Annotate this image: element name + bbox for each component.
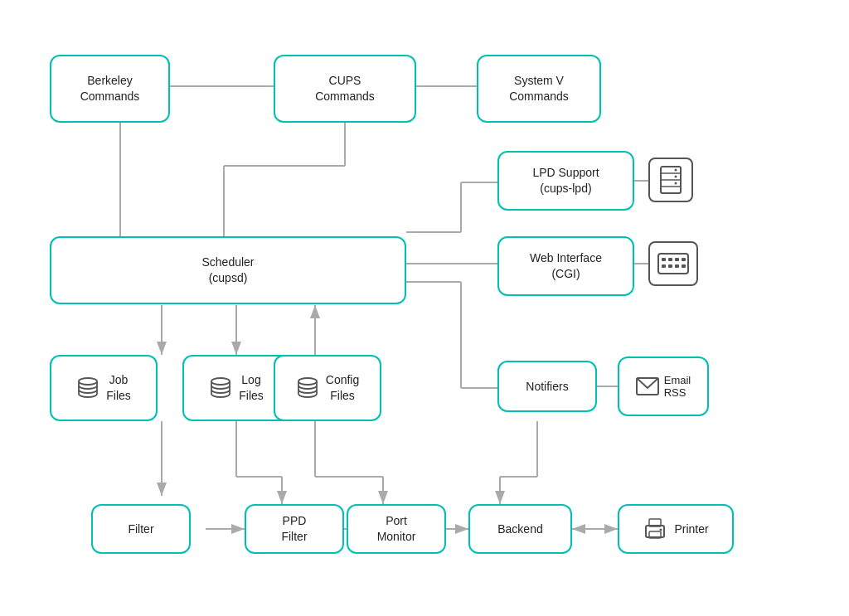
printer-node: Printer [618, 504, 734, 554]
svg-rect-45 [682, 258, 686, 261]
ppdfilter-label: PPD Filter [281, 513, 307, 545]
lpd-label: LPD Support (cups-lpd) [532, 165, 599, 196]
lpd-support-node: LPD Support (cups-lpd) [497, 151, 634, 211]
configfiles-db-icon [296, 376, 319, 400]
backend-label: Backend [497, 521, 542, 537]
diagram: Berkeley Commands CUPS Commands System V… [0, 0, 849, 616]
configfiles-label: Config Files [326, 372, 359, 404]
logfiles-label: Log Files [239, 372, 264, 404]
svg-rect-49 [682, 264, 686, 268]
systemv-label: System V Commands [509, 73, 569, 104]
webinterface-label: Web Interface (CGI) [530, 250, 602, 282]
svg-rect-48 [675, 264, 679, 268]
jobfiles-label: Job Files [106, 372, 131, 404]
printer-icon [643, 517, 667, 541]
svg-rect-47 [668, 264, 672, 268]
cups-label: CUPS Commands [315, 73, 375, 104]
portmonitor-node: Port Monitor [347, 504, 446, 554]
portmonitor-label: Port Monitor [377, 513, 416, 545]
svg-point-38 [675, 176, 677, 178]
configfiles-node: Config Files [274, 355, 381, 421]
backend-node: Backend [468, 504, 572, 554]
svg-rect-43 [668, 258, 672, 261]
svg-point-39 [675, 182, 677, 185]
svg-rect-44 [675, 258, 679, 261]
cups-commands-node: CUPS Commands [274, 55, 416, 123]
svg-point-52 [211, 378, 230, 385]
email-icon [636, 377, 659, 395]
svg-rect-41 [658, 254, 688, 274]
ppdfilter-node: PPD Filter [245, 504, 344, 554]
notifiers-label: Notifiers [526, 379, 568, 395]
server-icon [657, 165, 684, 195]
svg-rect-46 [662, 264, 666, 268]
svg-point-51 [79, 378, 97, 385]
emailrss-node: Email RSS [618, 357, 709, 416]
logfiles-db-icon [209, 376, 232, 400]
notifiers-node: Notifiers [497, 361, 597, 412]
scheduler-node: Scheduler (cupsd) [50, 236, 406, 304]
emailrss-label: Email RSS [664, 374, 691, 399]
filter-node: Filter [91, 504, 191, 554]
lpd-icon [648, 158, 693, 202]
jobfiles-node: Job Files [50, 355, 158, 421]
berkeley-label: Berkeley Commands [80, 73, 140, 104]
svg-point-59 [660, 529, 662, 531]
webinterface-icon [648, 241, 698, 286]
svg-point-37 [675, 169, 677, 172]
svg-rect-42 [662, 258, 666, 261]
jobfiles-db-icon [76, 376, 99, 400]
svg-point-53 [298, 378, 317, 385]
webinterface-node: Web Interface (CGI) [497, 236, 634, 296]
printer-label: Printer [674, 521, 708, 537]
filter-label: Filter [128, 521, 153, 537]
keyboard-icon [657, 252, 690, 275]
systemv-commands-node: System V Commands [477, 55, 601, 123]
berkeley-commands-node: Berkeley Commands [50, 55, 170, 123]
scheduler-label: Scheduler (cupsd) [201, 255, 254, 286]
